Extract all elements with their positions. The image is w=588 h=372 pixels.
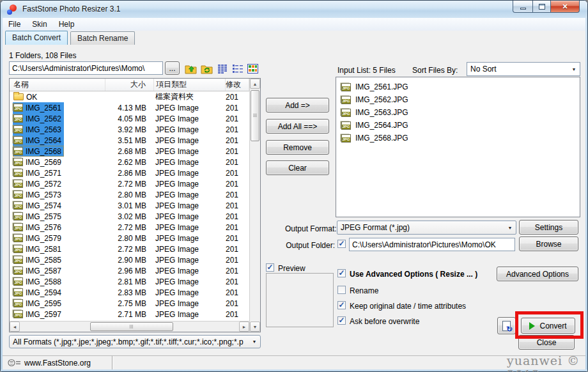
preview-checkbox[interactable] bbox=[266, 263, 274, 272]
close-button[interactable]: Close bbox=[518, 335, 575, 350]
file-type: JPEG Image bbox=[154, 267, 226, 275]
format-filter-dropdown[interactable]: All Formats (*.jpg;*.jpe;*.jpeg;*.bmp;*.… bbox=[9, 335, 261, 348]
menu-item-help[interactable]: Help bbox=[53, 18, 81, 31]
file-type: JPEG Image bbox=[154, 234, 226, 243]
file-row[interactable]: JPGIMG_25872.96 MBJPEG Image201 bbox=[10, 265, 249, 276]
file-row[interactable]: JPGIMG_25972.71 MBJPEG Image201 bbox=[10, 309, 249, 320]
jpg-file-icon: JPG bbox=[13, 190, 23, 199]
rename-checkbox[interactable] bbox=[337, 286, 346, 294]
input-list-item[interactable]: JPGIMG_2568.JPG bbox=[336, 132, 580, 144]
folder-up-icon[interactable] bbox=[184, 62, 197, 75]
menu-bar: FileSkinHelp bbox=[3, 18, 585, 31]
output-folder-checkbox[interactable] bbox=[337, 240, 346, 248]
folder-refresh-icon[interactable] bbox=[200, 62, 213, 75]
scroll-left-icon[interactable]: ◄ bbox=[10, 322, 20, 332]
file-row[interactable]: JPGIMG_25643.51 MBJPEG Image201 bbox=[10, 135, 249, 146]
restore-defaults-button[interactable] bbox=[497, 317, 516, 334]
add-button[interactable]: Add => bbox=[266, 98, 329, 112]
file-row[interactable]: JPGIMG_25762.72 MBJPEG Image201 bbox=[10, 222, 249, 233]
maximize-button[interactable] bbox=[532, 1, 551, 13]
file-row[interactable]: JPGIMG_25692.62 MBJPEG Image201 bbox=[10, 157, 249, 167]
input-list-item[interactable]: JPGIMG_2562.JPG bbox=[336, 93, 580, 106]
file-row[interactable]: JPGIMG_25732.80 MBJPEG Image201 bbox=[10, 189, 249, 200]
list-view-icon[interactable] bbox=[232, 63, 243, 74]
clear-button[interactable]: Clear bbox=[266, 160, 329, 175]
file-row[interactable]: JPGIMG_25882.81 MBJPEG Image201 bbox=[10, 276, 249, 287]
file-type: JPEG Image bbox=[154, 299, 226, 308]
file-row[interactable]: JPGIMG_25712.86 MBJPEG Image201 bbox=[10, 167, 249, 178]
menu-item-file[interactable]: File bbox=[3, 18, 26, 31]
column-header-type[interactable]: 項目類型 bbox=[154, 79, 226, 91]
path-browse-button[interactable]: ... bbox=[165, 61, 180, 75]
input-file-list[interactable]: JPGIMG_2561.JPGJPGIMG_2562.JPGJPGIMG_256… bbox=[336, 77, 580, 217]
input-list-item[interactable]: JPGIMG_2561.JPG bbox=[336, 81, 580, 93]
input-list-item[interactable]: JPGIMG_2564.JPG bbox=[336, 119, 580, 132]
file-size: 4.13 MB bbox=[105, 104, 154, 112]
column-header-modified[interactable]: 修改 bbox=[226, 79, 249, 91]
scroll-up-icon[interactable]: ▲ bbox=[250, 79, 260, 89]
tab-batch-convert[interactable]: Batch Convert bbox=[5, 31, 68, 45]
file-row[interactable]: JPGIMG_25812.72 MBJPEG Image201 bbox=[10, 244, 249, 254]
jpg-file-icon: JPG bbox=[13, 158, 23, 166]
column-header-size[interactable]: 大小 bbox=[105, 79, 154, 91]
file-row[interactable]: OK檔案資料夾201 bbox=[10, 91, 249, 102]
file-row[interactable]: JPGIMG_25614.13 MBJPEG Image201 bbox=[10, 102, 249, 113]
convert-button[interactable]: Convert bbox=[521, 318, 575, 334]
input-file-name: IMG_2562.JPG bbox=[355, 95, 408, 104]
scroll-right-icon[interactable]: ► bbox=[239, 322, 249, 332]
file-type: JPEG Image bbox=[154, 114, 226, 123]
file-row[interactable]: JPGIMG_25743.01 MBJPEG Image201 bbox=[10, 200, 249, 211]
v-scroll-thumb[interactable] bbox=[251, 90, 259, 141]
file-row[interactable]: JPGIMG_25682.68 MBJPEG Image201 bbox=[10, 146, 249, 157]
file-name: IMG_2575 bbox=[26, 212, 61, 221]
faststone-logo-icon bbox=[8, 359, 20, 367]
output-format-dropdown[interactable]: JPEG Format (*.jpg) ▼ bbox=[337, 221, 516, 235]
settings-button[interactable]: Settings bbox=[519, 220, 578, 235]
jpg-file-icon: JPG bbox=[13, 245, 23, 253]
file-row[interactable]: JPGIMG_25624.05 MBJPEG Image201 bbox=[10, 113, 249, 124]
title-bar[interactable]: FastStone Photo Resizer 3.1 ✕ bbox=[1, 1, 587, 18]
advanced-options-button[interactable]: Advanced Options bbox=[497, 267, 578, 281]
remove-button[interactable]: Remove bbox=[266, 140, 329, 155]
keep-date-checkbox[interactable] bbox=[337, 301, 346, 309]
input-file-name: IMG_2568.JPG bbox=[355, 134, 408, 143]
file-modified: 201 bbox=[226, 201, 249, 210]
tab-batch-rename[interactable]: Batch Rename bbox=[70, 31, 135, 45]
input-file-name: IMG_2563.JPG bbox=[355, 108, 408, 117]
vertical-scrollbar[interactable]: ▲ ▼ bbox=[249, 79, 260, 332]
input-list-item[interactable]: JPGIMG_2563.JPG bbox=[336, 106, 580, 119]
rename-label: Rename bbox=[350, 286, 378, 295]
jpg-file-icon: JPG bbox=[13, 114, 23, 123]
minimize-button[interactable] bbox=[513, 1, 532, 13]
file-type: JPEG Image bbox=[154, 277, 226, 286]
scroll-down-icon[interactable]: ▼ bbox=[250, 322, 260, 332]
horizontal-scrollbar[interactable]: ◄ ► bbox=[10, 321, 249, 332]
file-row[interactable]: JPGIMG_25753.02 MBJPEG Image201 bbox=[10, 211, 249, 222]
current-path-input[interactable] bbox=[9, 61, 163, 75]
output-folder-input[interactable] bbox=[349, 238, 515, 251]
file-row[interactable]: JPGIMG_25633.92 MBJPEG Image201 bbox=[10, 124, 249, 135]
browse-button[interactable]: Browse bbox=[519, 236, 578, 251]
status-url[interactable]: www.FastStone.org bbox=[24, 359, 91, 368]
file-name: IMG_2574 bbox=[26, 201, 61, 210]
file-row[interactable]: JPGIMG_25852.90 MBJPEG Image201 bbox=[10, 254, 249, 265]
jpg-file-icon: JPG bbox=[13, 310, 23, 318]
close-window-button[interactable]: ✕ bbox=[551, 1, 580, 13]
details-view-icon[interactable] bbox=[217, 63, 228, 74]
file-size: 2.71 MB bbox=[105, 310, 154, 319]
file-row[interactable]: JPGIMG_25722.72 MBJPEG Image201 bbox=[10, 178, 249, 189]
file-name: IMG_2563 bbox=[26, 125, 61, 134]
file-row[interactable]: JPGIMG_25942.83 MBJPEG Image201 bbox=[10, 287, 249, 298]
input-list-label: Input List: 5 Files bbox=[337, 66, 396, 75]
sort-dropdown[interactable]: No Sort ▼ bbox=[467, 62, 580, 76]
thumbnail-view-icon[interactable] bbox=[247, 63, 258, 74]
file-size: 2.86 MB bbox=[105, 169, 154, 178]
add-all-button[interactable]: Add All ==> bbox=[266, 119, 329, 134]
menu-item-skin[interactable]: Skin bbox=[26, 18, 52, 31]
ask-overwrite-checkbox[interactable] bbox=[337, 316, 346, 325]
file-row[interactable]: JPGIMG_25792.80 MBJPEG Image201 bbox=[10, 233, 249, 244]
use-advanced-options-checkbox[interactable] bbox=[337, 269, 346, 277]
file-row[interactable]: JPGIMG_25952.75 MBJPEG Image201 bbox=[10, 298, 249, 309]
h-scroll-thumb[interactable] bbox=[90, 322, 173, 331]
column-header-name[interactable]: 名稱 bbox=[10, 79, 105, 91]
